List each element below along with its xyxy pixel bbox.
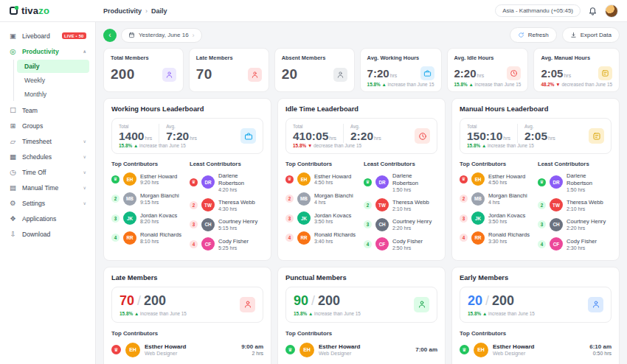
timezone-selector[interactable]: Asia - Kathmandu (+05:45) [495, 4, 581, 17]
stat-card-avg-manual-hours: Avg. Manual Hours 2:05hrs 48.2% ▼ decrea… [533, 48, 620, 92]
punctual-members-card: Punctual Members 90 / 200 15.8% ▲ increa… [277, 267, 446, 364]
avatar: JK [471, 211, 485, 225]
avatar: EH [471, 172, 485, 186]
manual-hours-delta: 48.2% ▼ decreased than June 15 [541, 82, 612, 87]
briefcase-icon [420, 66, 434, 80]
avatar: EH [123, 172, 136, 186]
chevron-up-icon: ∧ [83, 49, 86, 54]
contributor-row: 2 MB Morgan Bianchi 9:15 hrs [111, 192, 185, 206]
rank-badge: 3 [364, 220, 372, 228]
contributor-name: Darlene Robertson [567, 172, 612, 187]
contributor-name: Morgan Bianchi [314, 192, 353, 200]
avatar: DR [550, 175, 563, 189]
rank-badge: 1 [364, 178, 372, 186]
users-icon [162, 68, 176, 82]
sidebar-item-groups[interactable]: ⊞ Groups [0, 118, 95, 133]
rank-badge: 3 [460, 214, 468, 223]
contributor-name: Cody Fisher [567, 238, 597, 245]
rank-badge: 1 [285, 175, 294, 183]
app-logo[interactable]: tivazo [9, 5, 96, 16]
contributor-name: Darlene Robertson [218, 172, 263, 187]
rank-badge [111, 345, 121, 354]
contributor-name: Jordan Kovacs [314, 212, 351, 220]
trend-arrow-icon: ▲ [468, 82, 473, 87]
schedules-calendar-icon: ▦ [9, 153, 17, 161]
contributor-hours: 2:10 hrs [392, 206, 429, 211]
total-hours-value: 1400hrs [119, 130, 152, 143]
contributor-name: Morgan Bianchi [488, 192, 527, 200]
productivity-icon: ◎ [9, 47, 17, 55]
briefcase-icon [240, 128, 256, 144]
manual-time-icon: ▤ [9, 183, 17, 192]
rank-badge: 2 [460, 195, 468, 203]
sidebar-subitem-daily[interactable]: Daily [17, 60, 89, 73]
rank-badge: 2 [364, 201, 372, 209]
contributor-name: Jordan Kovacs [488, 212, 525, 220]
contributor-row: 3 CH Courtney Henry 2:20 hrs [538, 218, 612, 231]
contributor-hours: 2:50 hrs [392, 245, 423, 251]
top-bar: tivazo Productivity › Daily Asia - Kathm… [0, 0, 627, 22]
sidebar-item-schedules[interactable]: ▦ Schedules ∨ [0, 149, 95, 164]
contributor-hours: 4 hrs [314, 200, 353, 205]
total-hours-value: 150:10hrs [467, 130, 510, 143]
contributor-hours: 8:10 hrs [140, 239, 181, 244]
manual-note-icon [589, 128, 604, 144]
notifications-bell-icon[interactable] [588, 6, 597, 15]
sidebar-item-applications[interactable]: ❖ Applications [0, 211, 95, 226]
avatar: RR [123, 231, 136, 245]
avatar: RR [471, 231, 485, 245]
rank-badge [285, 345, 295, 354]
contributor-name: Cody Fisher [218, 238, 249, 245]
sidebar-item-timesheet[interactable]: ▱ Timesheet ∨ [0, 133, 95, 149]
team-icon: ☐ [9, 106, 17, 114]
rank-badge: 4 [364, 240, 372, 248]
breadcrumb: Productivity › Daily [103, 7, 167, 15]
rank-badge: 3 [190, 220, 198, 228]
breadcrumb-section[interactable]: Productivity [103, 7, 142, 15]
avg-idle-hours-value: 2:20hrs [454, 67, 485, 80]
contributor-name: Esther Howard [140, 173, 177, 181]
early-members-card: Early Members 20 / 200 15.8% ▲ increase … [451, 267, 620, 364]
least-contributors-list: 1 DR Darlene Robertson 1:50 hrs 2 TW The… [364, 172, 437, 251]
contributor-row: EH Esther Howard Web Designer 7:00 am [285, 343, 437, 357]
rank-badge: 4 [460, 234, 468, 242]
contributor-row: 4 CF Cody Fisher 2:50 hrs [364, 237, 437, 251]
refresh-button[interactable]: Refresh [510, 27, 557, 43]
contributor-hours: 5:15 hrs [218, 225, 257, 231]
contributor-role: Web Designer [145, 351, 186, 356]
contributor-name: Ronald Richards [314, 231, 356, 239]
rank-badge: 2 [190, 201, 198, 209]
sidebar-subitem-monthly[interactable]: Monthly [17, 88, 89, 101]
breadcrumb-page[interactable]: Daily [151, 7, 167, 15]
avatar: CF [550, 237, 563, 251]
contributor-hours: 3:50 hrs [314, 219, 351, 224]
contributor-row: 2 TW Theresa Webb 2:10 hrs [364, 198, 437, 211]
rank-badge: 2 [285, 195, 294, 203]
sidebar-item-download[interactable]: ⇩ Download [0, 226, 95, 242]
export-data-button[interactable]: Export Data [562, 27, 620, 43]
date-picker[interactable]: Yesterday, June 16 › [121, 28, 202, 43]
previous-day-button[interactable]: ‹ [103, 29, 117, 42]
contributor-row: 2 MB Morgan Bianchi 4 hrs [460, 192, 533, 206]
sidebar-item-liveboard[interactable]: ▣ Liveboard LIVE • 50 [0, 28, 95, 43]
next-day-chevron-icon[interactable]: › [193, 32, 195, 39]
duration: 0:50 hrs [589, 351, 612, 356]
rank-badge: 3 [285, 214, 294, 223]
total-hours-value: 410:05hrs [293, 130, 336, 143]
sidebar-item-team[interactable]: ☐ Team [0, 102, 95, 118]
chevron-down-icon: ∨ [83, 139, 86, 144]
user-avatar[interactable] [605, 4, 618, 18]
working-hours-summary: Total 1400hrs Avg. 7:20hrs 15.8% ▲ incre… [111, 118, 263, 154]
contributor-row: 3 JK Jordan Kovacs 8:20 hrs [111, 211, 185, 225]
avatar: MB [123, 192, 136, 206]
chevron-down-icon: ∨ [83, 154, 86, 159]
sidebar-item-settings[interactable]: ⚙ Settings ∨ [0, 195, 95, 211]
avatar: CH [550, 218, 563, 231]
sidebar-item-time-off[interactable]: ◷ Time Off ∨ [0, 164, 95, 180]
contributor-name: Theresa Webb [392, 199, 429, 206]
sidebar-item-manual-time[interactable]: ▤ Manual Time ∨ [0, 180, 95, 195]
sidebar-subitem-weekly[interactable]: Weekly [17, 74, 89, 87]
sidebar-item-productivity[interactable]: ◎ Productivity ∧ [0, 43, 95, 59]
main-content: ‹ Yesterday, June 16 › Refresh Export Da… [96, 22, 627, 364]
rank-badge: 2 [538, 201, 546, 209]
